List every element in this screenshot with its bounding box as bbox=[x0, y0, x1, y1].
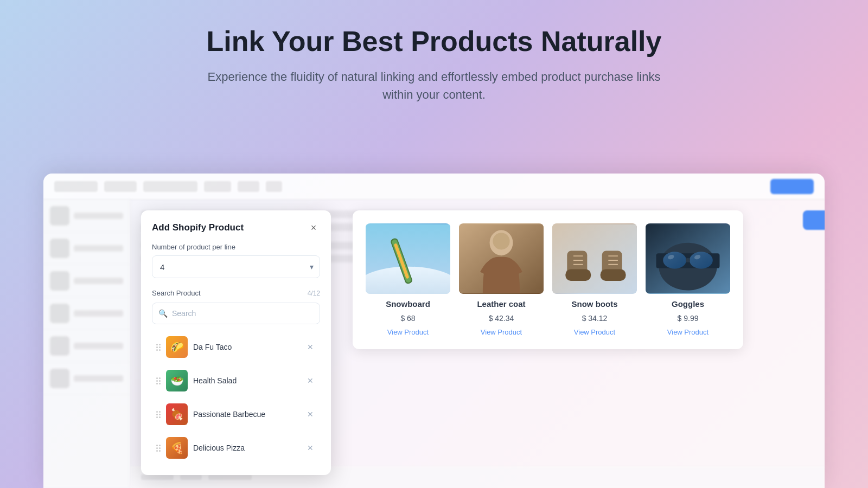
product-list: 🌮 Da Fu Taco ✕ bbox=[152, 331, 320, 464]
toolbar-item-2 bbox=[104, 181, 137, 192]
search-product-header: Search Product 4/12 bbox=[152, 289, 320, 297]
search-input-wrapper: 🔍 bbox=[152, 303, 320, 324]
app-toolbar bbox=[43, 174, 825, 200]
app-main: Add Shopify Product × Number of product … bbox=[130, 200, 825, 488]
modal-body: Number of product per line 4 1 2 3 ▾ S bbox=[141, 243, 331, 475]
svg-rect-10 bbox=[565, 269, 591, 281]
add-shopify-product-modal: Add Shopify Product × Number of product … bbox=[141, 210, 331, 475]
search-product-label: Search Product bbox=[152, 289, 201, 297]
search-input[interactable] bbox=[152, 303, 320, 324]
modal-close-button[interactable]: × bbox=[307, 221, 320, 234]
hero-subtitle: Experience the fluidity of natural linki… bbox=[201, 68, 667, 104]
toolbar-item-1 bbox=[54, 181, 98, 192]
search-count-badge: 4/12 bbox=[308, 290, 320, 297]
product-thumbnail: 🍕 bbox=[166, 437, 188, 459]
app-body: Add Shopify Product × Number of product … bbox=[43, 200, 825, 488]
product-thumbnail: 🌮 bbox=[166, 336, 188, 358]
product-thumbnail: 🍖 bbox=[166, 403, 188, 425]
product-card: Leather coat $ 42.34 View Product bbox=[459, 223, 544, 336]
svg-rect-12 bbox=[601, 269, 626, 281]
product-card: Snow boots $ 34.12 View Product bbox=[552, 223, 637, 336]
toolbar-item-5 bbox=[238, 181, 259, 192]
product-card-view-link[interactable]: View Product bbox=[667, 328, 709, 336]
product-card-view-link[interactable]: View Product bbox=[481, 328, 522, 336]
toolbar-cta-button bbox=[770, 179, 814, 194]
product-card-price: $ 42.34 bbox=[489, 314, 514, 323]
product-name: Health Salad bbox=[193, 376, 299, 385]
product-card-image bbox=[646, 223, 730, 294]
hero-title: Link Your Best Products Naturally bbox=[11, 26, 857, 57]
product-card: Goggles $ 9.99 View Product bbox=[646, 223, 730, 336]
product-name: Da Fu Taco bbox=[193, 343, 299, 351]
product-cards-panel: Snowboard $ 68 View Product bbox=[353, 210, 743, 349]
product-name: Passionate Barbecue bbox=[193, 410, 299, 419]
product-card-price: $ 34.12 bbox=[582, 314, 608, 323]
app-container: Add Shopify Product × Number of product … bbox=[43, 174, 825, 488]
list-item[interactable]: 🌮 Da Fu Taco ✕ bbox=[152, 331, 320, 363]
product-card-price: $ 9.99 bbox=[678, 314, 699, 323]
product-card-name: Goggles bbox=[672, 299, 704, 309]
hero-section: Link Your Best Products Naturally Experi… bbox=[0, 0, 868, 123]
search-icon: 🔍 bbox=[158, 309, 168, 318]
svg-point-23 bbox=[690, 252, 713, 268]
product-thumbnail: 🥗 bbox=[166, 370, 188, 391]
modal-header: Add Shopify Product × bbox=[141, 210, 331, 243]
modal-wrapper: Add Shopify Product × Number of product … bbox=[141, 210, 743, 475]
product-card-name: Snow boots bbox=[572, 299, 618, 309]
list-item[interactable]: 🍕 Delicious Pizza ✕ bbox=[152, 432, 320, 464]
svg-point-22 bbox=[663, 252, 686, 268]
product-cards-grid: Snowboard $ 68 View Product bbox=[366, 223, 730, 336]
drag-handle-icon bbox=[156, 344, 161, 351]
per-line-label: Number of product per line bbox=[152, 243, 320, 251]
product-card: Snowboard $ 68 View Product bbox=[366, 223, 450, 336]
product-remove-button[interactable]: ✕ bbox=[305, 409, 316, 420]
product-remove-button[interactable]: ✕ bbox=[305, 375, 316, 386]
drag-handle-icon bbox=[156, 445, 161, 452]
product-card-view-link[interactable]: View Product bbox=[387, 328, 429, 336]
product-card-image bbox=[366, 223, 450, 294]
toolbar-item-6 bbox=[266, 181, 282, 192]
svg-rect-8 bbox=[552, 224, 637, 293]
product-card-image bbox=[552, 223, 637, 294]
product-name: Delicious Pizza bbox=[193, 444, 299, 452]
per-line-select[interactable]: 4 1 2 3 bbox=[152, 255, 320, 278]
product-card-view-link[interactable]: View Product bbox=[574, 328, 615, 336]
toolbar-item-3 bbox=[143, 181, 197, 192]
svg-rect-26 bbox=[686, 258, 690, 262]
product-card-name: Leather coat bbox=[477, 299, 525, 309]
per-line-select-wrapper: 4 1 2 3 ▾ bbox=[152, 255, 320, 278]
toolbar-item-4 bbox=[204, 181, 231, 192]
product-remove-button[interactable]: ✕ bbox=[305, 442, 316, 453]
right-edge-button bbox=[803, 210, 825, 230]
drag-handle-icon bbox=[156, 411, 161, 418]
modal-title: Add Shopify Product bbox=[152, 222, 244, 233]
sidebar-blur bbox=[43, 200, 130, 488]
svg-point-7 bbox=[493, 233, 509, 249]
drag-handle-icon bbox=[156, 377, 161, 384]
product-card-price: $ 68 bbox=[400, 314, 415, 323]
product-remove-button[interactable]: ✕ bbox=[305, 342, 316, 352]
list-item[interactable]: 🍖 Passionate Barbecue ✕ bbox=[152, 398, 320, 431]
product-card-name: Snowboard bbox=[386, 299, 430, 309]
list-item[interactable]: 🥗 Health Salad ✕ bbox=[152, 364, 320, 397]
product-card-image bbox=[459, 223, 544, 294]
